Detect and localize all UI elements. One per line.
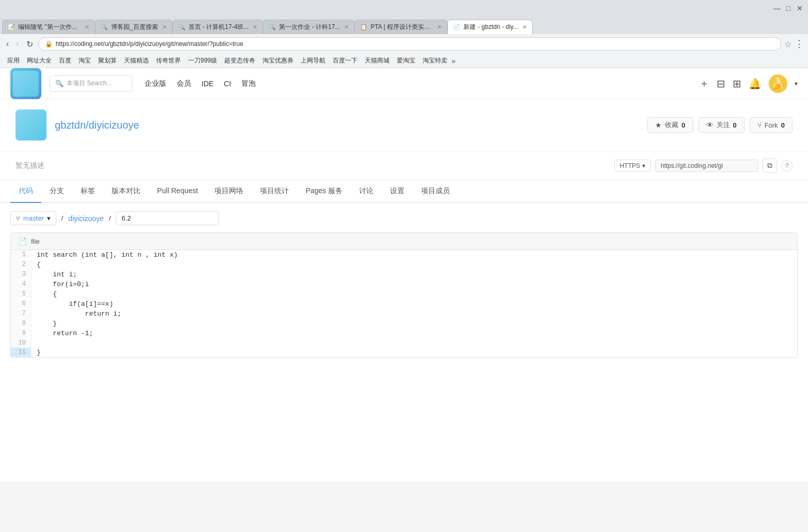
bookmark-item-13[interactable]: 爱淘宝	[394, 55, 418, 66]
tab-label: 第一次作业 - 计科17...	[279, 23, 340, 32]
bookmark-item-0[interactable]: 应用	[4, 55, 23, 66]
bookmark-star-button[interactable]: ☆	[784, 39, 791, 49]
line-number-8: 8	[11, 319, 32, 328]
minimize-button[interactable]: —	[773, 4, 781, 12]
bookmark-item-12[interactable]: 天猫商城	[362, 55, 393, 66]
bookmarks-more[interactable]: »	[452, 57, 456, 65]
project-tab-标签[interactable]: 标签	[72, 180, 103, 203]
line-code-2: {	[32, 260, 46, 270]
avatar[interactable]: 🍌	[769, 74, 787, 93]
nav-link-企业版[interactable]: 企业版	[145, 79, 166, 88]
file-name: file	[31, 238, 40, 245]
watch-button[interactable]: 👁 关注 0	[698, 117, 744, 133]
project-tab-版本对比[interactable]: 版本对比	[103, 180, 149, 203]
commit-message-input[interactable]	[116, 211, 219, 225]
project-title[interactable]: gbztdn/diyicizuoye	[55, 119, 139, 131]
bookmark-item-9[interactable]: 淘宝优惠券	[259, 55, 297, 66]
avatar-emoji: 🍌	[771, 77, 785, 90]
nav-link-冒泡[interactable]: 冒泡	[241, 79, 256, 88]
browser-tab-5[interactable]: 📋 PTA | 程序设计类实验... ✕	[354, 20, 447, 34]
project-tab-设置[interactable]: 设置	[382, 180, 413, 203]
code-line-11: 11 }	[11, 348, 797, 357]
code-line-10: 10	[11, 338, 797, 348]
line-code-6: if(a[i]==x)	[32, 299, 118, 309]
clone-area: HTTPS ▾ https://git.coding.net/gl ⧉ ?	[614, 159, 793, 173]
branch-select[interactable]: ⑂ master ▾	[10, 211, 56, 225]
nav-link-会员[interactable]: 会员	[177, 79, 191, 88]
code-body: 1 int search (int a[], int n , int x)2 {…	[11, 250, 797, 357]
bookmark-item-3[interactable]: 淘宝	[75, 55, 94, 66]
protocol-button[interactable]: HTTPS ▾	[614, 160, 651, 172]
watch-count: 0	[733, 121, 737, 129]
project-tab-讨论[interactable]: 讨论	[351, 180, 382, 203]
close-button[interactable]: ✕	[796, 4, 804, 12]
logo[interactable]	[10, 68, 41, 99]
tab-label: 博客园_百度搜索	[111, 23, 158, 32]
line-code-7: return i;	[32, 309, 127, 319]
project-avatar	[15, 109, 46, 140]
nav-link-IDE[interactable]: IDE	[201, 80, 213, 88]
code-line-8: 8 }	[11, 319, 797, 328]
bookmark-item-10[interactable]: 上网导航	[298, 55, 329, 66]
title-bar: — □ ✕	[0, 0, 808, 17]
browser-tab-1[interactable]: 📝 编辑随笔 "第一次作业... ✕	[2, 20, 95, 34]
bookmark-item-7[interactable]: 一刀999级	[185, 55, 220, 66]
code-area: 📄 file 1 int search (int a[], int n , in…	[10, 232, 798, 358]
plus-button[interactable]: ＋	[699, 76, 709, 90]
address-text: https://coding.net/u/gbztdn/p/diyicizuoy…	[56, 40, 774, 48]
project-tab-项目网络[interactable]: 项目网络	[206, 180, 252, 203]
branch-dropdown-icon: ▾	[47, 214, 51, 222]
bookmark-item-11[interactable]: 百度一下	[330, 55, 361, 66]
forward-button[interactable]: ›	[14, 38, 21, 50]
fork-button[interactable]: ⑂ Fork 0	[750, 117, 793, 133]
project-tab-项目统计[interactable]: 项目统计	[252, 180, 297, 203]
bookmark-button[interactable]: ⊟	[717, 77, 725, 90]
project-tab-Pull Request[interactable]: Pull Request	[149, 180, 206, 203]
search-box[interactable]: 🔍 本项目 Search...	[50, 75, 132, 92]
tab-close-icon[interactable]: ✕	[162, 24, 167, 30]
tab-close-icon[interactable]: ✕	[253, 24, 257, 30]
tab-close-icon[interactable]: ✕	[522, 24, 527, 30]
fork-count: 0	[781, 121, 785, 129]
tab-close-icon[interactable]: ✕	[344, 24, 349, 30]
star-button[interactable]: ★ 收藏 0	[647, 117, 693, 133]
project-tab-项目成员[interactable]: 项目成员	[413, 180, 458, 203]
line-number-6: 6	[11, 299, 32, 308]
avatar-dropdown-arrow[interactable]: ▾	[795, 80, 798, 87]
bookmark-item-8[interactable]: 超变态传奇	[221, 55, 258, 66]
project-tabs-nav: 代码分支标签版本对比Pull Request项目网络项目统计Pages 服务讨论…	[0, 180, 808, 203]
help-button[interactable]: ?	[781, 160, 793, 171]
bookmark-item-2[interactable]: 百度	[56, 55, 74, 66]
bookmark-item-14[interactable]: 淘宝特卖	[419, 55, 450, 66]
project-tab-分支[interactable]: 分支	[41, 180, 72, 203]
tab-close-icon[interactable]: ✕	[437, 24, 442, 30]
copy-url-button[interactable]: ⧉	[763, 159, 777, 173]
maximize-button[interactable]: □	[784, 4, 793, 12]
nav-link-CI[interactable]: CI	[224, 80, 231, 88]
browser-tab-3[interactable]: 🔍 首页 - 计算机17-4班... ✕	[173, 20, 263, 34]
grid-button[interactable]: ⊞	[733, 77, 741, 90]
bookmark-item-5[interactable]: 天猫精选	[121, 55, 152, 66]
refresh-button[interactable]: ↻	[24, 38, 35, 50]
browser-tab-6[interactable]: 📄 新建 - gbztdn - diy... ✕	[447, 20, 533, 34]
address-input[interactable]: 🔒 https://coding.net/u/gbztdn/p/diyicizu…	[38, 37, 781, 51]
bookmark-item-4[interactable]: 聚划算	[95, 55, 120, 66]
line-number-1: 1	[11, 250, 32, 259]
file-path[interactable]: diyicizuoye	[68, 214, 103, 223]
star-icon: ★	[655, 121, 662, 129]
bell-button[interactable]: 🔔	[749, 77, 762, 90]
watch-label: 关注	[717, 120, 730, 130]
browser-menu-button[interactable]: ⋮	[795, 38, 804, 50]
project-tab-代码[interactable]: 代码	[10, 180, 41, 203]
line-number-4: 4	[11, 279, 32, 289]
browser-tab-2[interactable]: 🔍 博客园_百度搜索 ✕	[95, 20, 173, 34]
browser-tab-4[interactable]: 🔍 第一次作业 - 计科17... ✕	[263, 20, 354, 34]
project-stats: ★ 收藏 0 👁 关注 0 ⑂ Fork 0	[647, 117, 793, 133]
bookmark-item-1[interactable]: 网址大全	[24, 55, 55, 66]
project-tab-Pages 服务[interactable]: Pages 服务	[297, 180, 351, 203]
back-button[interactable]: ‹	[4, 38, 11, 50]
bookmark-item-6[interactable]: 传奇世界	[153, 55, 184, 66]
tab-icon: 📋	[360, 24, 367, 30]
code-line-5: 5 {	[11, 289, 797, 299]
tab-close-icon[interactable]: ✕	[85, 24, 89, 30]
